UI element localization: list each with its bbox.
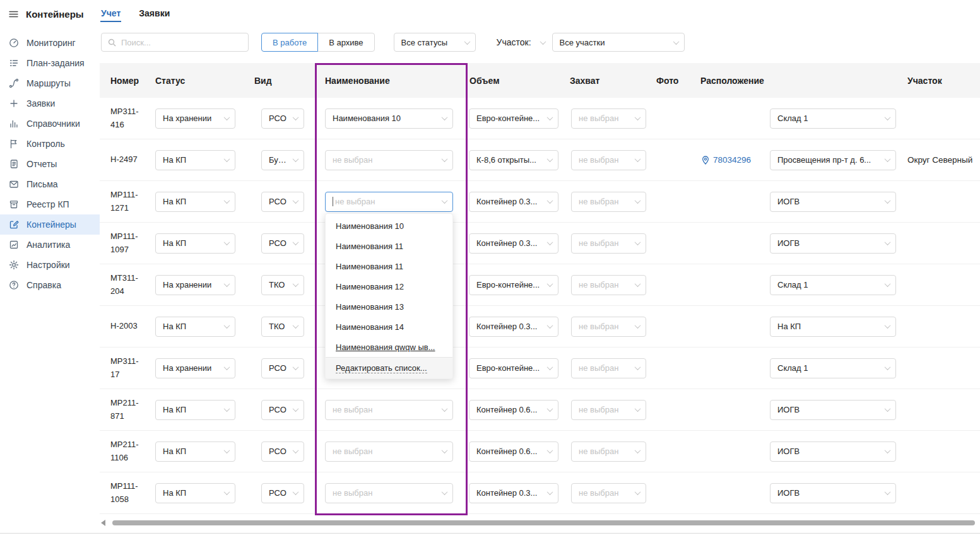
volume-value: Евро-контейне...: [476, 280, 543, 289]
grip-select[interactable]: не выбран: [571, 317, 646, 337]
dropdown-option[interactable]: Наименования 10: [326, 216, 452, 236]
location-link[interactable]: 78034296: [702, 155, 751, 165]
grip-select[interactable]: не выбран: [571, 483, 646, 503]
grip-value: не выбран: [579, 488, 631, 498]
kind-value: РСО: [269, 405, 289, 414]
status-select[interactable]: На КП: [155, 233, 235, 254]
location-select[interactable]: Склад 1: [770, 275, 896, 295]
section-filter-select[interactable]: Все участки: [552, 33, 685, 52]
menu-icon[interactable]: [8, 9, 19, 20]
sidebar-item-plan-tasks[interactable]: План-задания: [0, 53, 100, 73]
status-select[interactable]: На КП: [155, 400, 235, 420]
volume-select[interactable]: Евро-контейне...: [469, 108, 558, 129]
dropdown-option[interactable]: Наименования 12: [326, 276, 452, 296]
volume-select[interactable]: Евро-контейне...: [469, 275, 558, 295]
volume-select[interactable]: Контейнер 0.3...: [469, 317, 558, 337]
location-select[interactable]: На КП: [770, 317, 896, 337]
dropdown-option[interactable]: Наименования 11: [326, 256, 452, 276]
status-select[interactable]: На хранении: [155, 358, 235, 378]
grip-select[interactable]: не выбран: [571, 275, 646, 295]
kind-select[interactable]: РСО: [261, 358, 304, 378]
tab-uchet[interactable]: Учет: [100, 6, 121, 22]
sidebar-item-containers[interactable]: Контейнеры: [0, 214, 100, 235]
in-archive-button[interactable]: В архиве: [317, 33, 374, 52]
status-select[interactable]: На КП: [155, 192, 235, 212]
kind-select[interactable]: РСО: [261, 483, 304, 503]
location-select[interactable]: ИОГВ: [770, 192, 896, 212]
sidebar-item-help[interactable]: Справка: [0, 275, 100, 295]
scrollbar-thumb[interactable]: [112, 520, 975, 525]
name-select[interactable]: не выбран: [325, 150, 453, 170]
dropdown-option[interactable]: Наименования 11: [326, 236, 452, 256]
name-select[interactable]: не выбран: [325, 400, 453, 420]
sidebar-item-settings[interactable]: Настройки: [0, 255, 100, 275]
location-select[interactable]: ИОГВ: [770, 442, 896, 462]
volume-select[interactable]: Контейнер 0.3...: [469, 233, 558, 254]
grip-value: не выбран: [579, 405, 631, 414]
kind-select[interactable]: ТКО: [261, 275, 304, 295]
sidebar-item-analytics[interactable]: Аналитика: [0, 235, 100, 255]
name-select[interactable]: Наименования 10: [325, 108, 453, 129]
sidebar-item-reports[interactable]: Отчеты: [0, 154, 100, 174]
status-filter-select[interactable]: Все статусы: [394, 33, 476, 52]
grip-select[interactable]: не выбран: [571, 442, 646, 462]
dropdown-edit-list-option[interactable]: Редактировать список...: [326, 357, 452, 378]
dropdown-option[interactable]: Наименования qwqw ыв...: [326, 337, 452, 357]
in-work-button[interactable]: В работе: [261, 33, 318, 52]
grip-select[interactable]: не выбран: [571, 150, 646, 170]
sidebar-item-monitoring[interactable]: Мониторинг: [0, 33, 100, 53]
kind-select[interactable]: РСО: [261, 108, 304, 129]
name-value: не выбран: [333, 155, 438, 165]
sidebar-item-directories[interactable]: Справочники: [0, 114, 100, 134]
grip-select[interactable]: не выбран: [571, 233, 646, 254]
row-number: Н-2003: [100, 320, 149, 332]
kind-select[interactable]: РСО: [261, 442, 304, 462]
volume-select[interactable]: Контейнер 0.3...: [469, 192, 558, 212]
volume-select[interactable]: Контейнер 0.6...: [469, 442, 558, 462]
tab-zayavki[interactable]: Заявки: [138, 6, 170, 22]
status-select[interactable]: На хранении: [155, 275, 235, 295]
kind-select[interactable]: РСО: [261, 192, 304, 212]
kind-select[interactable]: Бункер: [261, 150, 304, 170]
sidebar-item-requests[interactable]: Заявки: [0, 93, 100, 114]
location-select[interactable]: Просвещения пр-т д. 6...: [770, 150, 896, 170]
sidebar-item-registry-kp[interactable]: Реестр КП: [0, 194, 100, 214]
status-select[interactable]: На КП: [155, 150, 235, 170]
dropdown-option[interactable]: Наименования 14: [326, 317, 452, 337]
sidebar-item-label: Письма: [27, 179, 58, 189]
volume-select[interactable]: Контейнер 0.6...: [469, 400, 558, 420]
kind-value: Бункер: [269, 155, 289, 165]
kind-select[interactable]: РСО: [261, 233, 304, 254]
volume-value: Евро-контейне...: [476, 363, 543, 373]
location-select[interactable]: Склад 1: [770, 108, 896, 129]
status-select[interactable]: На КП: [155, 317, 235, 337]
volume-select[interactable]: Контейнер 0.3...: [469, 483, 558, 503]
sidebar-item-label: Реестр КП: [27, 199, 69, 209]
kind-select[interactable]: ТКО: [261, 317, 304, 337]
kind-select[interactable]: РСО: [261, 400, 304, 420]
grip-select[interactable]: не выбран: [571, 192, 646, 212]
grip-select[interactable]: не выбран: [571, 400, 646, 420]
name-select-open[interactable]: не выбран: [325, 192, 453, 212]
grip-select[interactable]: не выбран: [571, 358, 646, 378]
chevron-down-icon: [442, 489, 448, 495]
status-select[interactable]: На хранении: [155, 108, 235, 129]
location-select[interactable]: ИОГВ: [770, 233, 896, 254]
search-input[interactable]: [121, 38, 242, 47]
sidebar-item-routes[interactable]: Маршруты: [0, 73, 100, 93]
dropdown-option[interactable]: Наименования 13: [326, 296, 452, 317]
sidebar-item-control[interactable]: Контроль: [0, 134, 100, 154]
name-select[interactable]: не выбран: [325, 483, 453, 503]
location-select[interactable]: ИОГВ: [770, 483, 896, 503]
sidebar-item-letters[interactable]: Письма: [0, 174, 100, 194]
location-select[interactable]: ИОГВ: [770, 400, 896, 420]
status-select[interactable]: На КП: [155, 483, 235, 503]
volume-select[interactable]: К-8,6 открыты...: [469, 150, 558, 170]
chevron-down-icon: [885, 447, 891, 453]
volume-select[interactable]: Евро-контейне...: [469, 358, 558, 378]
grip-select[interactable]: не выбран: [571, 108, 646, 129]
location-select[interactable]: Склад 1: [770, 358, 896, 378]
scroll-left-arrow[interactable]: [101, 520, 105, 526]
status-select[interactable]: На КП: [155, 442, 235, 462]
name-select[interactable]: не выбран: [325, 442, 453, 462]
